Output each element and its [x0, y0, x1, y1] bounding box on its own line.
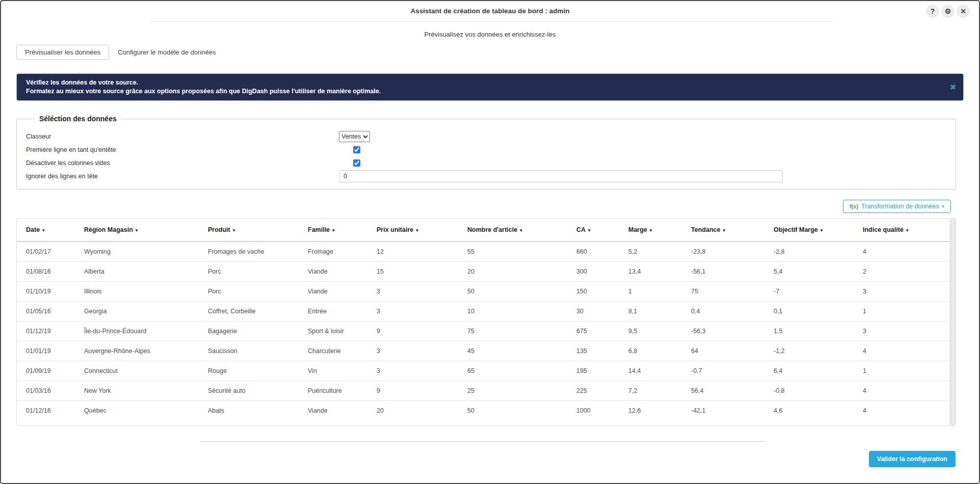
table-cell: 5,4 — [764, 261, 854, 281]
title-divider — [151, 21, 832, 22]
table-cell: 01/05/16 — [17, 301, 75, 321]
sort-caret-icon[interactable]: ▾ — [588, 228, 591, 233]
table-cell: -7 — [764, 281, 854, 301]
table-cell: -56,3 — [682, 321, 764, 341]
data-selection-legend: Séléction des données — [35, 115, 121, 123]
table-cell: 25 — [458, 381, 567, 400]
sort-caret-icon[interactable]: ▾ — [42, 228, 45, 233]
table-cell: 4 — [854, 400, 949, 420]
table-row[interactable]: 01/03/16New YorkSécurité autoPuéricultur… — [17, 381, 949, 400]
column-header[interactable]: Région Magasin▾ — [75, 219, 199, 241]
dashboard-wizard-dialog: Assistant de création de tableau de bord… — [0, 0, 980, 484]
tab-previsualiser-les-donnees[interactable]: Prévisualiser les données — [16, 45, 109, 60]
ignorer-lignes-input[interactable] — [339, 170, 783, 182]
column-header[interactable]: Prix unitaire▾ — [367, 219, 458, 241]
info-banner: Vérifiez les données de votre source. Fo… — [16, 73, 964, 101]
help-icon[interactable]: ? — [926, 5, 939, 18]
validate-configuration-button[interactable]: Valider la configuration — [869, 451, 956, 467]
colonnes-vides-label: Désactiver les colonnes vides — [26, 159, 339, 167]
table-cell: Québec — [75, 400, 199, 420]
table-cell: 01/02/17 — [17, 241, 75, 261]
table-cell: Auvergne-Rhône-Alpes — [75, 341, 199, 361]
table-cell: Entrée — [299, 301, 367, 321]
column-header-label: Indice qualité — [863, 226, 904, 233]
table-cell: Porc — [199, 281, 299, 301]
table-cell: New York — [75, 381, 199, 400]
titlebar-icons: ? ⚙ ✕ — [926, 5, 970, 18]
column-header-label: CA — [576, 226, 586, 233]
table-row[interactable]: 01/05/16GeorgiaCoffret, CorbeilleEntrée3… — [17, 301, 949, 321]
table-row[interactable]: 01/12/19Île-du-Prince-ÉdouardBagagerieSp… — [17, 321, 949, 341]
sort-caret-icon[interactable]: ▾ — [520, 228, 522, 233]
footer-divider — [200, 441, 766, 442]
table-scrollbar-track[interactable] — [949, 219, 956, 425]
field-row-ignorer-lignes: Ignorer des lignes en tête — [26, 170, 946, 182]
table-row[interactable]: 01/02/17WyomingFromages de vacheFromage1… — [17, 241, 949, 261]
classeur-label: Classeur — [26, 133, 339, 140]
premiere-ligne-checkbox[interactable] — [353, 146, 360, 153]
table-scrollbar-thumb[interactable] — [950, 219, 955, 425]
transform-row: f(x) Transformation de données ▾ — [1, 200, 951, 213]
table-cell: 1 — [854, 361, 949, 381]
column-header-label: Famille — [308, 226, 330, 233]
column-header[interactable]: Indice qualité▾ — [854, 219, 949, 241]
table-header-row: Date▾Région Magasin▾Produit▾Famille▾Prix… — [17, 219, 949, 241]
table-cell: 01/12/16 — [17, 400, 75, 420]
sort-caret-icon[interactable]: ▾ — [332, 228, 335, 233]
sort-caret-icon[interactable]: ▾ — [906, 228, 909, 233]
table-cell: Alberta — [75, 261, 199, 281]
table-cell: Sport & loisir — [299, 321, 367, 341]
sort-caret-icon[interactable]: ▾ — [650, 228, 652, 233]
data-selection-fieldset: Séléction des données Classeur Ventes Pr… — [16, 115, 956, 190]
column-header[interactable]: Produit▾ — [199, 219, 299, 241]
table-cell: 3 — [367, 361, 458, 381]
table-cell: 6,4 — [764, 361, 854, 381]
field-row-classeur: Classeur Ventes — [26, 130, 946, 143]
gear-icon[interactable]: ⚙ — [941, 5, 955, 18]
table-cell: 75 — [682, 281, 764, 301]
table-cell: 300 — [567, 261, 619, 281]
table-cell: 01/09/19 — [17, 361, 75, 381]
data-transformation-label: Transformation de données — [861, 203, 939, 210]
table-cell: Abats — [199, 400, 299, 420]
close-icon[interactable]: ✕ — [957, 5, 970, 18]
table-cell: 64 — [682, 341, 764, 361]
table-row[interactable]: 01/09/19ConnecticutRougeVin36519514,4-0,… — [17, 361, 949, 381]
table-cell: Bagagerie — [199, 321, 299, 341]
column-header[interactable]: Date▾ — [17, 219, 75, 241]
column-header-label: Objectif Marge — [774, 226, 818, 233]
table-cell: 660 — [567, 241, 619, 261]
table-row[interactable]: 01/12/16QuébecAbatsViande2050100012,6-42… — [17, 400, 949, 420]
column-header[interactable]: Famille▾ — [299, 219, 367, 241]
data-preview-table: Date▾Région Magasin▾Produit▾Famille▾Prix… — [17, 219, 949, 420]
table-cell: Viande — [299, 400, 367, 420]
window-title: Assistant de création de tableau de bord… — [1, 1, 979, 21]
table-cell: 50 — [458, 281, 567, 301]
sort-caret-icon[interactable]: ▾ — [820, 228, 823, 233]
sort-caret-icon[interactable]: ▾ — [136, 228, 138, 233]
column-header[interactable]: Objectif Marge▾ — [764, 219, 854, 241]
table-cell: Fromages de vache — [199, 241, 299, 261]
table-row[interactable]: 01/01/19Auvergne-Rhône-AlpesSaucissonCha… — [17, 341, 949, 361]
column-header[interactable]: Nombre d'article▾ — [458, 219, 567, 241]
table-cell: 3 — [367, 281, 458, 301]
sort-caret-icon[interactable]: ▾ — [233, 228, 235, 233]
sort-caret-icon[interactable]: ▾ — [723, 228, 725, 233]
table-cell: 15 — [367, 261, 458, 281]
table-cell: 7,2 — [619, 381, 682, 400]
sort-caret-icon[interactable]: ▾ — [416, 228, 418, 233]
classeur-select[interactable]: Ventes — [339, 131, 370, 142]
table-cell: 1000 — [567, 400, 619, 420]
column-header[interactable]: Tendance▾ — [682, 219, 764, 241]
data-transformation-button[interactable]: f(x) Transformation de données ▾ — [843, 200, 951, 213]
table-row[interactable]: 01/10/19IllinoisPorcViande350150175-73 — [17, 281, 949, 301]
table-row[interactable]: 01/08/16AlbertaPorcViande152030013,4-56,… — [17, 261, 949, 281]
table-cell: 1 — [619, 281, 682, 301]
column-header[interactable]: Marge▾ — [619, 219, 682, 241]
banner-close-icon[interactable]: ✖ — [950, 83, 956, 91]
column-header[interactable]: CA▾ — [567, 219, 619, 241]
table-cell: Sécurité auto — [199, 381, 299, 400]
tab-configurer-le-modele[interactable]: Configurer le modèle de données — [109, 45, 224, 60]
colonnes-vides-checkbox[interactable] — [353, 159, 360, 167]
table-cell: Georgia — [75, 301, 199, 321]
